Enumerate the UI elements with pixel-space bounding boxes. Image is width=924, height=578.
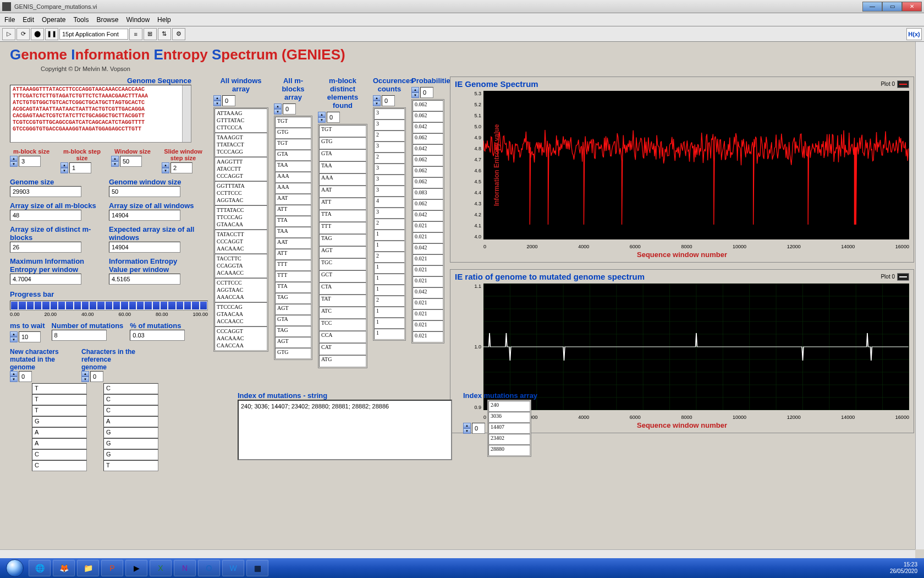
toolbar: ▷ ⟳ ⬤ ❚❚ 15pt Application Font ≡ ⊞ ⇅ ⚙ H… <box>0 26 924 42</box>
array-cell: 0.021 <box>413 265 443 276</box>
array-cell: TATACCTT CCCAGGT AACAAAC <box>215 230 267 254</box>
menu-browse[interactable]: Browse <box>96 16 118 24</box>
new-chars-array[interactable]: TTTGAACC <box>32 383 65 471</box>
array-cell: 0.062 <box>413 199 443 210</box>
chart1-plot[interactable]: Information Entropy value 5.35.25.15.04.… <box>483 91 909 239</box>
run-continuous-button[interactable]: ⟳ <box>16 28 30 40</box>
array-cell: 3036 <box>488 412 530 423</box>
array-cell: 2 <box>374 130 405 141</box>
taskbar-onenote-icon[interactable]: N <box>174 560 196 576</box>
mblock-size-label: m-block size <box>10 148 53 155</box>
array-cell: G <box>32 416 87 427</box>
occurences-array[interactable]: 332323334321121112111 <box>373 107 406 341</box>
distinct-mblocks-field[interactable] <box>10 242 81 253</box>
help-context-icon[interactable]: H(x) <box>906 28 922 40</box>
array-cell: 3 <box>374 175 405 186</box>
settings-button[interactable]: ⚙ <box>172 28 185 40</box>
windows-array[interactable]: ATTAAAG GTTTATAC CTTCCCATAAAGGT TTATACCT… <box>213 107 268 352</box>
menu-help[interactable]: Help <box>157 16 171 24</box>
distribute-button[interactable]: ⊞ <box>144 28 157 40</box>
taskbar-explorer-icon[interactable]: 📁 <box>77 560 99 576</box>
genome-size-field[interactable] <box>10 186 81 197</box>
start-button[interactable] <box>2 559 28 577</box>
chart1-xlabel: Sequence window number <box>450 249 914 262</box>
taskbar-powerpoint-icon[interactable]: P <box>101 560 123 576</box>
array-cell: 3 <box>374 186 405 197</box>
chart2-legend[interactable]: Plot 0 <box>881 273 909 281</box>
pause-button[interactable]: ❚❚ <box>45 28 58 40</box>
array-cell: AAT <box>275 238 311 249</box>
mblocks-array[interactable]: TGTGTGTGTGTATAAAAAAAAAATATTTTATAAAATATTT… <box>274 116 312 360</box>
taskbar-labview-icon[interactable]: ▦ <box>246 560 268 576</box>
arr-windows-field[interactable] <box>109 210 180 221</box>
array-cell: TAG <box>275 326 311 337</box>
taskbar-ie-icon[interactable]: 🌐 <box>29 560 51 576</box>
menu-operate[interactable]: Operate <box>42 16 65 24</box>
ms-wait-input[interactable]: ▲▼ <box>10 331 41 342</box>
array-cell: TTT <box>319 222 366 234</box>
taskbar-excel-icon[interactable]: X <box>150 560 172 576</box>
mutations-array-index[interactable]: ▲▼ <box>463 400 485 457</box>
array-cell: GTG <box>275 348 311 359</box>
mblocks-array-index[interactable]: ▲▼ <box>274 103 296 114</box>
array-cell: 0.042 <box>413 210 443 221</box>
num-mutations-field[interactable] <box>52 330 107 341</box>
menu-tools[interactable]: Tools <box>73 16 89 24</box>
arr-mblocks-field[interactable] <box>10 210 81 221</box>
run-button[interactable]: ▷ <box>2 28 15 40</box>
entropy-per-window-field[interactable] <box>109 274 180 285</box>
horizontal-scrollbar[interactable] <box>0 549 915 558</box>
menu-file[interactable]: File <box>4 16 15 24</box>
taskbar-firefox-icon[interactable]: 🦊 <box>53 560 75 576</box>
font-selector[interactable]: 15pt Application Font <box>59 29 128 40</box>
reorder-button[interactable]: ⇅ <box>158 28 171 40</box>
chart1-legend[interactable]: Plot 0 <box>881 80 909 88</box>
array-cell: TAT <box>319 295 366 307</box>
taskbar-outlook-icon[interactable]: O <box>198 560 220 576</box>
probabilities-array[interactable]: 0.0620.0620.0420.0620.0420.0620.0620.062… <box>411 99 444 343</box>
array-cell: 1 <box>374 241 405 252</box>
windows-array-index[interactable]: ▲▼ <box>213 95 235 106</box>
align-button[interactable]: ≡ <box>129 28 142 40</box>
array-cell: 0.021 <box>413 276 443 287</box>
ref-chars-index[interactable]: ▲▼ <box>81 371 103 382</box>
mblock-step-input[interactable]: ▲▼ <box>61 162 91 173</box>
distinct-array-index[interactable]: ▲▼ <box>318 112 340 123</box>
expected-windows-field[interactable] <box>109 242 180 253</box>
taskbar-media-icon[interactable]: ▶ <box>125 560 147 576</box>
max-entropy-field[interactable] <box>10 274 81 285</box>
taskbar-word-icon[interactable]: W <box>222 560 244 576</box>
mutations-string-field[interactable]: 240; 3036; 14407; 23402; 28880; 28881; 2… <box>238 400 452 460</box>
menu-window[interactable]: Window <box>126 16 150 24</box>
probabilities-array-index[interactable]: ▲▼ <box>411 87 433 98</box>
array-cell: ATC <box>319 307 366 319</box>
array-cell: 2 <box>374 152 405 163</box>
menu-edit[interactable]: Edit <box>23 16 34 24</box>
mutations-array[interactable]: 2403036144072340228880 <box>487 400 531 457</box>
vertical-scrollbar[interactable] <box>915 42 924 549</box>
minimize-button[interactable]: — <box>862 2 882 12</box>
slide-step-input[interactable]: ▲▼ <box>162 162 193 173</box>
array-cell: G <box>103 427 158 438</box>
array-cell: TGT <box>275 117 311 128</box>
genome-window-size-field[interactable] <box>109 186 180 197</box>
chart2-plot[interactable]: 1.11.00.9 <box>483 283 909 410</box>
system-tray[interactable]: 15:23 26/05/2020 <box>890 561 922 575</box>
close-button[interactable]: ✕ <box>902 2 922 12</box>
occurences-array-index[interactable]: ▲▼ <box>373 95 395 106</box>
array-cell: GTA <box>275 315 311 326</box>
genome-sequence-box[interactable]: ATTAAAGGTTTATACCTTCCCAGGTAACAAACCAACCAAC… <box>10 85 191 143</box>
abort-button[interactable]: ⬤ <box>31 28 44 40</box>
array-cell: 0.083 <box>413 188 443 199</box>
pct-mutations-field[interactable] <box>130 330 185 341</box>
front-panel: Genome Information Entropy Spectrum (GEN… <box>0 42 924 558</box>
window-size-input[interactable]: ▲▼ <box>111 156 142 167</box>
distinct-array[interactable]: TGTGTGGTATAAAAAAATATTTTATTTTAGAGTTGCGCTC… <box>318 124 367 368</box>
ref-chars-array[interactable]: CCCAGGGT <box>103 383 136 471</box>
scrollbar[interactable] <box>182 85 191 142</box>
mblock-size-input[interactable]: ▲▼ <box>10 156 41 167</box>
array-cell: 0.021 <box>413 331 443 342</box>
spinner-down-icon: ▼ <box>10 161 18 167</box>
maximize-button[interactable]: ▭ <box>882 2 902 12</box>
new-chars-index[interactable]: ▲▼ <box>10 371 32 382</box>
